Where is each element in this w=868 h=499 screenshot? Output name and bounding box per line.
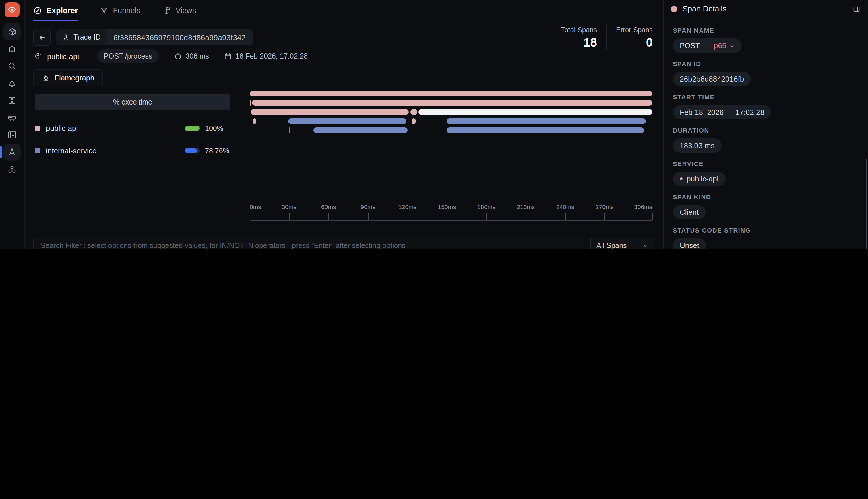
server-icon <box>8 113 17 122</box>
error-spans-label: Error Spans <box>616 26 653 34</box>
trace-id-icon <box>62 34 70 41</box>
tab-views[interactable]: Views <box>162 0 196 21</box>
tab-label: Views <box>176 6 196 15</box>
span-details-panel: Span Details SPAN NAME POST p65 SPAN ID … <box>663 0 868 250</box>
sidebar-item-get-started[interactable] <box>3 23 21 40</box>
sidebar-item-logs[interactable] <box>3 126 21 144</box>
flame-icon <box>42 74 50 82</box>
trace-service: public-api <box>47 52 79 61</box>
total-spans-value: 18 <box>561 35 597 49</box>
panel-title: Span Details <box>683 4 727 13</box>
spans-filter-dropdown[interactable]: All Spans <box>590 238 655 250</box>
workflow-icon <box>34 52 42 60</box>
span-stats: Total Spans 18 Error Spans 0 <box>561 25 653 50</box>
search-icon <box>8 61 17 71</box>
span-id-label: SPAN ID <box>673 60 859 67</box>
span-kind-label: SPAN KIND <box>673 194 859 200</box>
flamegraph-section: % exec time public-api 100% internal-ser… <box>25 86 663 231</box>
trace-duration: 306 ms <box>185 52 209 60</box>
sidebar-item-alerts[interactable] <box>3 75 21 92</box>
exec-time-header: % exec time <box>35 94 230 110</box>
chevron-down-icon <box>642 243 648 248</box>
tab-funnels[interactable]: Funnels <box>100 0 141 21</box>
clock-icon <box>174 52 182 60</box>
bell-icon <box>8 79 17 88</box>
pink-swatch <box>35 126 40 131</box>
trace-header: Trace ID 6f386584365979100d8d86a99a93f34… <box>25 21 663 47</box>
search-filter-input[interactable] <box>33 238 584 250</box>
service-label: SERVICE <box>673 160 859 167</box>
legend-item-internal-service[interactable]: internal-service 78.76% <box>35 146 230 155</box>
exec-pct: 78.76% <box>205 147 230 155</box>
duration-value: 183.03 ms <box>673 138 721 153</box>
tab-flamegraph[interactable]: Flamegraph <box>33 70 103 86</box>
spans-filter-value: All Spans <box>596 242 627 250</box>
trace-endpoint-pill[interactable]: POST /process <box>97 49 159 63</box>
span-color-swatch <box>671 6 677 12</box>
time-axis: 0ms 30ms 60ms 90ms 120ms 150ms 180ms 210… <box>250 203 652 226</box>
stats-divider <box>606 25 607 50</box>
tab-label: Funnels <box>113 6 141 15</box>
box-plus-icon <box>7 27 17 36</box>
trace-id-label: Trace ID <box>74 33 101 41</box>
legend-item-public-api[interactable]: public-api 100% <box>35 124 230 133</box>
duration-label: DURATION <box>673 127 859 134</box>
exec-bar <box>185 148 200 153</box>
span-name-variant: p65 <box>714 41 726 50</box>
filter-row: All Spans <box>33 238 655 250</box>
calendar-icon <box>224 52 232 60</box>
flag-icon <box>162 6 171 15</box>
trace-id-value: 6f386584365979100d8d86a99a93f342 <box>107 29 252 45</box>
sidebar-item-infrastructure[interactable] <box>3 109 21 126</box>
scrollbar-thumb[interactable] <box>866 159 867 250</box>
trace-meta: public-api — POST /process 306 ms 18 Feb… <box>25 49 663 64</box>
service-value: public-api <box>673 172 726 186</box>
span-name-method: POST <box>673 38 707 53</box>
dash: — <box>84 52 91 61</box>
app: Explorer Funnels Views Trace ID 6f386584… <box>0 0 868 250</box>
home-icon <box>8 44 17 53</box>
blue-swatch <box>35 148 40 153</box>
sidebar-item-services[interactable] <box>3 161 21 178</box>
compass-icon <box>33 6 42 15</box>
sidebar-rail <box>0 0 25 250</box>
app-logo[interactable] <box>4 2 20 17</box>
flamegraph-canvas[interactable]: 0ms 30ms 60ms 90ms 120ms 150ms 180ms 210… <box>242 86 663 231</box>
trace-datetime: 18 Feb 2026, 17:02:28 <box>235 52 308 60</box>
legend-service-name: public-api <box>46 124 78 133</box>
span-id-value[interactable]: 26b2b8d8842016fb <box>673 72 751 86</box>
flame-bars <box>250 91 652 137</box>
service-dot <box>680 178 683 180</box>
tab-flamegraph-label: Flamegraph <box>54 73 95 82</box>
sidebar-item-traces[interactable] <box>3 144 21 161</box>
span-name-label: SPAN NAME <box>673 27 859 34</box>
sidebar-item-dashboards[interactable] <box>3 92 21 109</box>
span-name-pill[interactable]: POST p65 <box>673 38 742 53</box>
status-code-label: STATUS CODE STRING <box>673 227 859 234</box>
flamegraph-tabs: Flamegraph <box>25 64 663 86</box>
sidebar-item-search[interactable] <box>3 58 21 75</box>
error-spans-value: 0 <box>616 35 653 49</box>
start-time-value: Feb 18, 2026 — 17:02:28 <box>673 105 771 120</box>
logs-icon <box>8 130 17 139</box>
exec-bar <box>185 126 200 131</box>
grid-icon <box>8 96 17 105</box>
tab-explorer[interactable]: Explorer <box>33 0 78 21</box>
span-kind-value: Client <box>673 205 706 219</box>
cubes-icon <box>8 165 17 174</box>
sidebar-item-home[interactable] <box>3 40 21 58</box>
exec-pct: 100% <box>205 124 230 132</box>
panel-toggle-icon[interactable] <box>853 5 860 13</box>
main-area: Explorer Funnels Views Trace ID 6f386584… <box>25 0 663 250</box>
total-spans-label: Total Spans <box>561 26 597 34</box>
flamegraph-legend: % exec time public-api 100% internal-ser… <box>25 86 242 231</box>
status-code-value: Unset <box>673 238 706 250</box>
legend-service-name: internal-service <box>46 146 97 155</box>
back-button[interactable] <box>33 29 50 46</box>
start-time-label: START TIME <box>673 94 859 100</box>
funnel-icon <box>100 6 109 15</box>
trace-id-chip[interactable]: Trace ID 6f386584365979100d8d86a99a93f34… <box>56 29 252 45</box>
top-nav: Explorer Funnels Views <box>25 0 663 21</box>
tab-label: Explorer <box>47 6 78 15</box>
traces-compass-icon <box>8 148 17 157</box>
